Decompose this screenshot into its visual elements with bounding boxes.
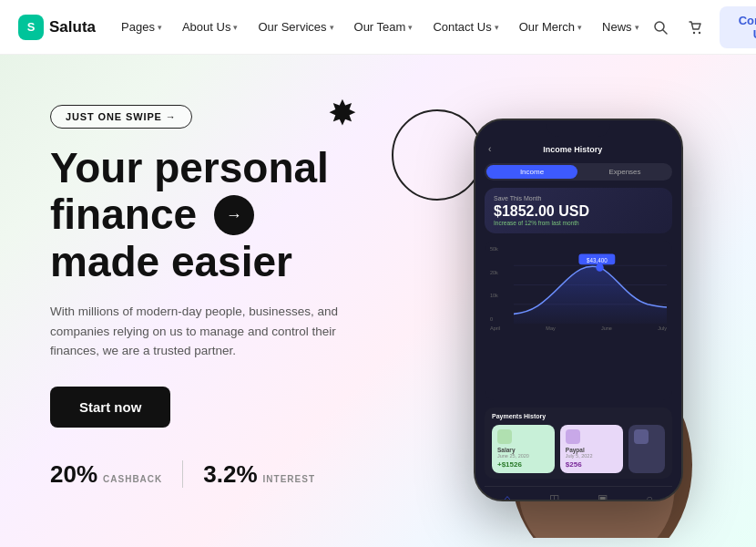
logo-text: Saluta	[49, 18, 96, 36]
phone-screen: ‹ Income History Income Expenses Save Th…	[475, 137, 681, 501]
chevron-down-icon: ▾	[233, 23, 238, 32]
search-icon[interactable]	[649, 13, 673, 42]
nav-about[interactable]: About Us ▾	[173, 15, 247, 39]
svg-point-3	[699, 31, 700, 33]
nav-team[interactable]: Our Team ▾	[345, 15, 423, 39]
chevron-down-icon: ▾	[158, 23, 162, 32]
payment-card-paypal: Paypal July 5, 2022 $256	[560, 425, 623, 473]
chart-nav-icon[interactable]: ◫	[549, 492, 559, 501]
tab-expenses[interactable]: Expenses	[579, 165, 670, 179]
payment-card-partial	[628, 425, 665, 473]
chevron-down-icon: ▾	[408, 23, 413, 32]
home-nav-icon[interactable]: ⌂	[504, 492, 510, 501]
payment-card-salary: Salary June 25, 2020 +$1526	[492, 425, 555, 473]
svg-line-1	[663, 30, 667, 34]
logo[interactable]: S Saluta	[18, 15, 96, 40]
phone-bottom-nav: ⌂ ◫ ▣ ○	[485, 486, 672, 501]
start-now-button[interactable]: Start now	[50, 387, 170, 428]
save-card: Save This Month $1852.00 USD Increase of…	[485, 188, 672, 233]
nav-merch[interactable]: Our Merch ▾	[510, 15, 591, 39]
phone-tabs: Income Expenses	[485, 163, 672, 181]
logo-icon: S	[18, 15, 44, 40]
stat-divider	[182, 460, 183, 488]
tab-income[interactable]: Income	[486, 165, 577, 179]
chevron-down-icon: ▾	[635, 23, 639, 32]
svg-point-16	[596, 263, 603, 272]
hero-headline: Your personal finance → made easier	[50, 145, 396, 285]
hero-subtext: With millions of modern-day people, busi…	[50, 302, 342, 361]
nav-links: Pages ▾ About Us ▾ Our Services ▾ Our Te…	[112, 15, 649, 39]
hero-section: ✸ JUST ONE SWIPE → Your personal finance…	[0, 55, 756, 547]
phone-frame: ‹ Income History Income Expenses Save Th…	[474, 119, 683, 501]
nav-services[interactable]: Our Services ▾	[249, 15, 342, 39]
income-chart: 50k 20k 10k 0	[485, 241, 672, 400]
hero-stats: 20% CASHBACK 3.2% INTEREST	[50, 460, 396, 489]
chart-x-labels: April May June July	[490, 325, 667, 331]
payment-cards: Salary June 25, 2020 +$1526 Paypal July …	[492, 425, 665, 473]
stat-interest: 3.2% INTEREST	[203, 460, 315, 489]
card-nav-icon[interactable]: ▣	[598, 492, 608, 501]
contact-us-button[interactable]: Contact Us	[720, 6, 756, 48]
nav-contact[interactable]: Contact Us ▾	[424, 15, 507, 39]
navbar: S Saluta Pages ▾ About Us ▾ Our Services…	[0, 0, 756, 55]
chevron-down-icon: ▾	[495, 23, 499, 32]
profile-nav-icon[interactable]: ○	[647, 492, 653, 501]
phone-mockup: ‹ Income History Income Expenses Save Th…	[455, 73, 710, 529]
svg-text:$43,400: $43,400	[587, 256, 608, 263]
phone-header: ‹ Income History	[485, 142, 672, 156]
nav-actions: Contact Us	[649, 6, 756, 48]
arrow-circle-icon[interactable]: →	[214, 195, 254, 235]
nav-pages[interactable]: Pages ▾	[112, 15, 171, 39]
chevron-down-icon: ▾	[577, 23, 582, 32]
nav-news[interactable]: News ▾	[593, 15, 649, 39]
payments-section: Payments History Salary June 25, 2020 +$…	[485, 408, 672, 479]
swipe-badge: JUST ONE SWIPE →	[50, 105, 192, 129]
svg-point-2	[693, 31, 695, 33]
stat-cashback: 20% CASHBACK	[50, 460, 162, 489]
phone-notch	[547, 120, 610, 137]
cart-icon[interactable]	[684, 13, 709, 42]
chevron-down-icon: ▾	[330, 23, 334, 32]
hero-content: JUST ONE SWIPE → Your personal finance →…	[50, 105, 396, 489]
